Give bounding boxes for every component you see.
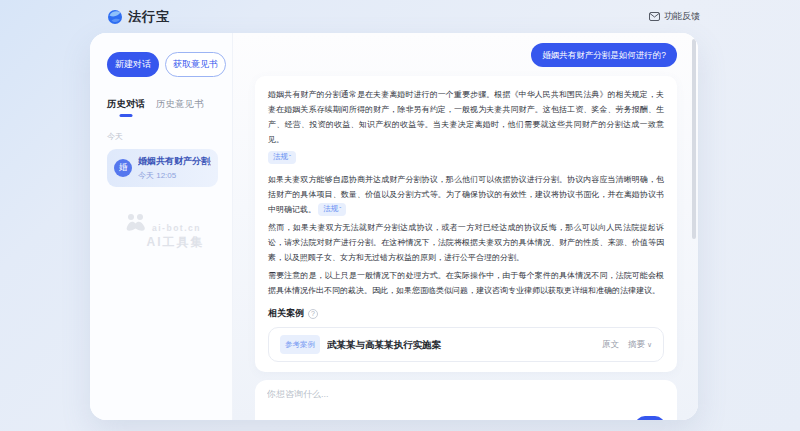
case-card[interactable]: 参考案例 武某某与高某某执行实施案 原文 摘要∨ (268, 327, 664, 362)
feedback-label: 功能反馈 (664, 10, 700, 23)
info-icon[interactable]: ? (308, 309, 318, 319)
law-badge-caret-icon: ˆ (339, 206, 341, 212)
history-item-time: 今天 12:05 (138, 170, 211, 181)
chat-scrollbar[interactable] (692, 39, 696, 239)
composer: 0/500 (255, 380, 677, 420)
answer-paragraph: 需要注意的是，以上只是一般情况下的处理方式。在实际操作中，由于每个案件的具体情况… (268, 268, 664, 298)
sidebar: 新建对话 获取意见书 历史对话 历史意见书 今天 婚 婚姻共有财产分割是如何..… (90, 33, 233, 420)
feedback-link[interactable]: 功能反馈 (649, 10, 700, 23)
user-message-bubble: 婚姻共有财产分割是如何进行的? (531, 43, 677, 67)
answer-paragraph: 婚姻共有财产的分割通常是在夫妻离婚时进行的一个重要步骤。根据《中华人民共和国民法… (268, 87, 664, 147)
tab-history-chats[interactable]: 历史对话 (107, 98, 145, 117)
law-ref-badge[interactable]: 法规ˆ (318, 203, 346, 216)
history-item-title: 婚姻共有财产分割是如何... (138, 155, 211, 168)
sidebar-tabs: 历史对话 历史意见书 (107, 98, 218, 117)
law-badge-row: 法规ˆ (268, 150, 664, 165)
watermark-logo-icon (124, 213, 148, 233)
history-item[interactable]: 婚 婚姻共有财产分割是如何... 今天 12:05 (107, 149, 218, 187)
law-badge-label: 法规 (273, 152, 288, 162)
watermark-site: ai-bot.cn (152, 223, 201, 233)
related-cases-heading: 相关案例 ? (268, 307, 664, 320)
case-summary-label: 摘要 (628, 337, 645, 352)
assistant-answer-card: 婚姻共有财产的分割通常是在夫妻离婚时进行的一个重要步骤。根据《中华人民共和国民法… (255, 76, 677, 372)
mail-icon (649, 12, 660, 21)
send-button[interactable] (635, 416, 665, 420)
case-actions: 原文 摘要∨ (602, 337, 652, 352)
history-group-label: 今天 (107, 131, 218, 142)
watermark: ai-bot.cn AI工具集 (107, 213, 218, 251)
sidebar-actions: 新建对话 获取意见书 (107, 52, 218, 77)
case-title: 武某某与高某某执行实施案 (327, 337, 595, 352)
composer-bottom: 0/500 (267, 416, 665, 420)
app-logo-icon (107, 9, 123, 25)
answer-paragraph: 然而，如果夫妻双方无法就财产分割达成协议，或者一方对已经达成的协议反悔，那么可以… (268, 220, 664, 265)
case-badge: 参考案例 (280, 335, 320, 354)
case-summary-toggle[interactable]: 摘要∨ (628, 337, 652, 352)
law-ref-badge[interactable]: 法规ˆ (268, 151, 296, 164)
user-message-row: 婚姻共有财产分割是如何进行的? (255, 43, 677, 67)
watermark-row: ai-bot.cn (124, 213, 201, 233)
get-opinion-button[interactable]: 获取意见书 (165, 52, 226, 77)
tab-history-opinions[interactable]: 历史意见书 (156, 98, 204, 117)
chat-area: 婚姻共有财产分割是如何进行的? 婚姻共有财产的分割通常是在夫妻离婚时进行的一个重… (233, 33, 698, 420)
app-card: 新建对话 获取意见书 历史对话 历史意见书 今天 婚 婚姻共有财产分割是如何..… (90, 33, 698, 420)
new-chat-button[interactable]: 新建对话 (107, 52, 159, 77)
related-cases-title: 相关案例 (268, 307, 304, 320)
chat-input[interactable] (267, 388, 665, 416)
chevron-down-icon: ∨ (647, 337, 652, 352)
history-item-texts: 婚姻共有财产分割是如何... 今天 12:05 (138, 155, 211, 181)
watermark-name: AI工具集 (147, 234, 205, 251)
law-badge-caret-icon: ˆ (289, 154, 291, 160)
law-badge-label: 法规 (323, 204, 338, 214)
history-item-avatar: 婚 (114, 159, 132, 177)
app-title: 法行宝 (128, 8, 170, 26)
app-header: 法行宝 功能反馈 (0, 0, 800, 33)
answer-paragraph: 如果夫妻双方能够自愿协商并达成财产分割协议，那么他们可以依据协议进行分割。协议内… (268, 172, 664, 217)
case-original-link[interactable]: 原文 (602, 337, 619, 352)
app-logo: 法行宝 (107, 8, 170, 26)
